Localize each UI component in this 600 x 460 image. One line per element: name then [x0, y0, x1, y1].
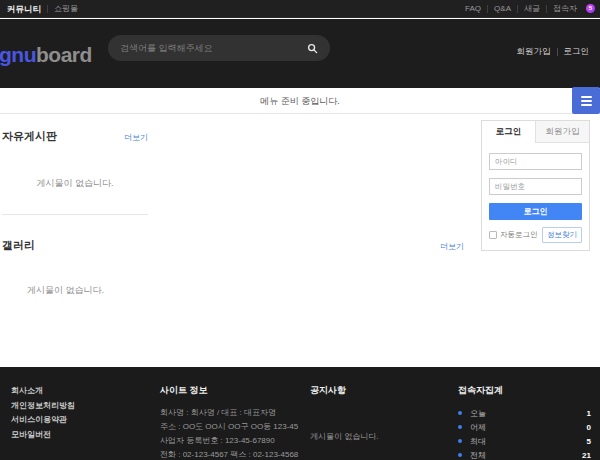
stat-value: 0 [587, 423, 591, 432]
logo-text-primary: gnu [0, 43, 36, 66]
stat-label: 오늘 [470, 408, 587, 419]
footer: 회사소개 개인정보처리방침 서비스이용약관 모바일버전 사이트 정보 회사명 :… [0, 367, 600, 460]
tab-login[interactable]: 로그인 [482, 121, 535, 143]
topbar-left-links: 커뮤니티 쇼핑몰 [5, 0, 84, 18]
gallery-empty-message: 게시물이 없습니다. [27, 284, 464, 297]
footer-notice-column: 공지사항 게시물이 없습니다. [310, 367, 378, 442]
free-board-header: 자유게시판 더보기 [2, 129, 148, 144]
search-button[interactable] [305, 41, 320, 56]
footer-link-privacy[interactable]: 개인정보처리방침 [11, 399, 75, 414]
login-box: 로그인 회원가입 로그인 자동로그인 정보찾기 [481, 120, 590, 251]
site-info-heading: 사이트 정보 [160, 384, 298, 397]
gallery-title: 갤러리 [2, 238, 35, 253]
topbar-link-faq[interactable]: FAQ [459, 0, 487, 18]
register-link[interactable]: 회원가입 [511, 46, 557, 58]
menu-placeholder-text: 메뉴 준비 중입니다. [260, 96, 340, 106]
site-logo[interactable]: gnuboard [0, 43, 92, 67]
footer-link-company[interactable]: 회사소개 [11, 384, 75, 399]
logo-text-secondary: board [36, 43, 92, 66]
hamburger-icon [581, 96, 592, 106]
footer-site-info-column: 사이트 정보 회사명 : 회사명 / 대표 : 대표자명 주소 : OO도 OO… [160, 367, 298, 460]
login-submit-button[interactable]: 로그인 [489, 203, 582, 220]
login-box-tabs: 로그인 회원가입 [482, 121, 589, 143]
topbar-right-links: FAQ Q&A 새글 접속자 5 [459, 0, 595, 18]
search-icon [307, 43, 318, 54]
stat-row-max: 최대 5 [458, 434, 591, 448]
auto-login-label: 자동로그인 [500, 230, 538, 240]
stat-label: 최대 [470, 436, 587, 447]
auto-login-option[interactable]: 자동로그인 [489, 230, 538, 240]
stat-label: 전체 [470, 450, 582, 460]
member-links: 회원가입 로그인 [511, 46, 596, 58]
login-options-row: 자동로그인 정보찾기 [489, 227, 582, 243]
footer-visitor-stats-column: 접속자집계 오늘 1 어제 0 최대 5 [458, 367, 591, 460]
stat-row-today: 오늘 1 [458, 406, 591, 420]
stat-value: 21 [582, 451, 591, 460]
find-info-button[interactable]: 정보찾기 [542, 227, 582, 243]
tab-register[interactable]: 회원가입 [535, 121, 589, 143]
topbar-link-qna[interactable]: Q&A [488, 0, 517, 18]
footer-link-mobile[interactable]: 모바일버전 [11, 428, 75, 443]
site-info-line: 주소 : OO도 OO시 OO구 OO동 123-45 [160, 420, 298, 434]
main-menu-bar: 메뉴 준비 중입니다. [0, 88, 600, 114]
auto-login-checkbox[interactable] [489, 231, 497, 239]
notice-empty-message: 게시물이 없습니다. [310, 431, 378, 442]
menu-toggle-button[interactable] [572, 87, 600, 114]
login-link[interactable]: 로그인 [558, 46, 596, 58]
search-input[interactable] [120, 43, 305, 53]
gallery-widget: 갤러리 더보기 게시물이 없습니다. [2, 233, 464, 297]
login-id-field[interactable] [489, 153, 582, 170]
stat-value: 1 [587, 409, 591, 418]
free-board-empty-message: 게시물이 없습니다. [2, 177, 148, 190]
site-info-line: 회사명 : 회사명 / 대표 : 대표자명 [160, 406, 298, 420]
bullet-dot-icon [458, 425, 462, 429]
site-info-line: 전화 : 02-123-4567 팩스 : 02-123-4568 [160, 448, 298, 460]
search-bar [108, 35, 330, 61]
header: gnuboard 회원가입 로그인 [0, 19, 600, 88]
bullet-dot-icon [458, 439, 462, 443]
footer-link-terms[interactable]: 서비스이용약관 [11, 413, 75, 428]
site-info-line: 사업자 등록번호 : 123-45-67890 [160, 434, 298, 448]
footer-links-column: 회사소개 개인정보처리방침 서비스이용약관 모바일버전 [11, 367, 75, 442]
free-board-widget: 자유게시판 더보기 게시물이 없습니다. [2, 124, 148, 215]
top-utility-bar: 커뮤니티 쇼핑몰 FAQ Q&A 새글 접속자 5 [0, 0, 600, 18]
visitor-count-badge: 5 [586, 4, 595, 13]
bullet-dot-icon [458, 411, 462, 415]
bullet-dot-icon [458, 453, 462, 457]
gallery-more-link[interactable]: 더보기 [440, 241, 464, 252]
stat-row-yesterday: 어제 0 [458, 420, 591, 434]
topbar-link-visitors[interactable]: 접속자 [547, 0, 583, 18]
page: 커뮤니티 쇼핑몰 FAQ Q&A 새글 접속자 5 gnuboard [0, 0, 600, 460]
gallery-header: 갤러리 더보기 [2, 238, 464, 253]
free-board-title: 자유게시판 [2, 129, 57, 144]
stat-value: 5 [587, 437, 591, 446]
stat-row-total: 전체 21 [458, 448, 591, 460]
free-board-more-link[interactable]: 더보기 [124, 132, 148, 143]
login-password-field[interactable] [489, 178, 582, 195]
notice-heading: 공지사항 [310, 384, 378, 397]
topbar-link-new-posts[interactable]: 새글 [518, 0, 546, 18]
topbar-link-shop[interactable]: 쇼핑몰 [48, 0, 84, 18]
login-box-body: 로그인 자동로그인 정보찾기 [482, 143, 589, 250]
visitor-stats-heading: 접속자집계 [458, 384, 591, 397]
topbar-link-community[interactable]: 커뮤니티 [5, 0, 47, 18]
stat-label: 어제 [470, 422, 587, 433]
